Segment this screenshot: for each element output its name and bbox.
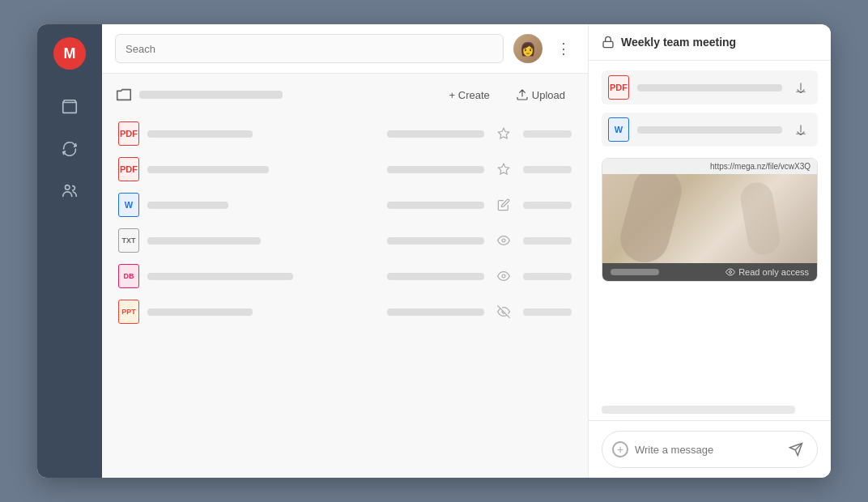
download-button[interactable]	[790, 77, 811, 98]
table-row[interactable]: PPT	[115, 294, 575, 330]
table-row[interactable]: PDF	[115, 116, 575, 151]
table-row[interactable]: DB	[115, 258, 575, 294]
panel-body: PDF W https://mega.nz/file/vcwX3Q	[589, 61, 831, 399]
more-button[interactable]: ⋮	[552, 37, 575, 60]
file-extra	[523, 237, 572, 245]
preview-footer: Read only access	[602, 263, 817, 281]
preview-url: https://mega.nz/file/vcwX3Q	[602, 159, 817, 174]
file-name	[147, 237, 261, 245]
svg-point-0	[66, 185, 70, 190]
file-name	[147, 202, 228, 209]
file-meta	[387, 130, 484, 138]
ppt-icon: PPT	[118, 300, 139, 324]
message-input[interactable]	[635, 444, 778, 456]
message-input-row: +	[602, 431, 818, 468]
preview-bar	[611, 269, 659, 275]
file-name	[147, 273, 293, 280]
text-icon: TXT	[118, 228, 139, 253]
eye-icon[interactable]	[492, 229, 515, 252]
file-meta	[387, 308, 484, 316]
sidebar-item-contacts[interactable]	[52, 173, 87, 209]
svg-rect-5	[603, 41, 613, 47]
panel-header: Weekly team meeting	[589, 24, 831, 61]
file-meta	[387, 237, 484, 245]
panel-title: Weekly team meeting	[621, 36, 736, 49]
download-button[interactable]	[790, 119, 811, 140]
folder-name-placeholder	[139, 91, 283, 99]
table-row[interactable]: PDF	[115, 151, 575, 187]
file-meta	[387, 273, 484, 280]
shared-file-pdf[interactable]: PDF	[602, 70, 818, 104]
create-button[interactable]: + Create	[440, 84, 500, 106]
star-icon[interactable]	[492, 158, 515, 181]
svg-marker-1	[498, 128, 508, 138]
file-list-area: + Create Upload PDF PDF	[102, 74, 588, 478]
file-name	[147, 308, 253, 316]
svg-point-3	[502, 239, 505, 242]
word-icon: W	[118, 193, 139, 217]
file-meta	[387, 166, 484, 173]
file-meta	[387, 202, 484, 209]
search-input[interactable]	[115, 34, 504, 63]
svg-point-6	[730, 271, 732, 274]
preview-card: https://mega.nz/file/vcwX3Q Read only ac…	[602, 158, 818, 282]
table-row[interactable]: W	[115, 187, 575, 223]
edit-icon[interactable]	[492, 194, 515, 216]
file-extra	[523, 308, 572, 316]
send-button[interactable]	[785, 438, 807, 461]
shared-word-icon: W	[608, 117, 629, 142]
read-only-badge: Read only access	[725, 267, 809, 277]
shared-file-word[interactable]: W	[602, 113, 818, 147]
star-icon[interactable]	[492, 122, 515, 145]
action-row: + Create Upload	[115, 83, 575, 106]
file-extra	[523, 273, 572, 280]
mega-logo[interactable]: M	[53, 37, 86, 70]
preview-image	[602, 174, 817, 263]
file-extra	[523, 166, 572, 173]
eye-off-icon[interactable]	[492, 300, 515, 323]
sidebar-item-sync[interactable]	[52, 131, 87, 167]
svg-point-4	[502, 274, 505, 278]
svg-marker-2	[498, 164, 508, 174]
file-name	[147, 166, 269, 173]
shared-file-name	[637, 84, 782, 91]
sidebar-item-files[interactable]	[52, 89, 87, 125]
panel-bottom-placeholder	[602, 406, 795, 414]
main-content: 👩 ⋮ + Create Upload PDF	[102, 24, 588, 478]
upload-button[interactable]: Upload	[506, 83, 575, 106]
eye-icon[interactable]	[492, 265, 515, 287]
lock-icon	[602, 36, 615, 49]
right-panel: Weekly team meeting PDF W https	[588, 24, 831, 478]
file-name	[147, 130, 253, 138]
file-extra	[523, 202, 572, 209]
file-extra	[523, 130, 572, 138]
message-area: +	[589, 420, 831, 478]
sidebar: M	[37, 24, 102, 478]
shared-file-name	[637, 126, 782, 134]
table-row[interactable]: TXT	[115, 223, 575, 258]
eye-icon	[725, 267, 735, 277]
avatar[interactable]: 👩	[513, 34, 542, 63]
data-icon: DB	[118, 264, 139, 288]
pdf-icon: PDF	[118, 157, 139, 181]
pdf-icon: PDF	[118, 121, 139, 146]
top-bar: 👩 ⋮	[102, 24, 588, 74]
shared-pdf-icon: PDF	[608, 75, 629, 100]
app-window: M 👩 ⋮ + Create	[37, 24, 831, 478]
add-attachment-button[interactable]: +	[612, 441, 628, 457]
